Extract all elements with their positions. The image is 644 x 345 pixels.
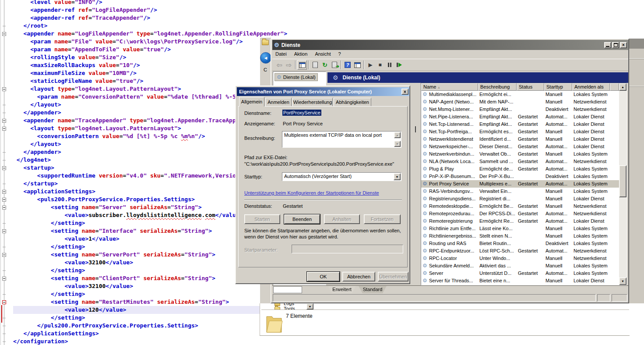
service-row[interactable]: ⚙Plug & PlayErmöglicht de...GestartetAut… xyxy=(421,165,619,173)
tab-standard[interactable]: Standard xyxy=(359,286,387,293)
service-row[interactable]: ⚙Net.Msmq-Listener...Empfängt Akt...Deak… xyxy=(421,106,619,113)
dialog-titlebar[interactable]: Eigenschaften von Port Proxy Service (Lo… xyxy=(237,87,409,96)
tab-abhaengigkeiten[interactable]: Abhängigkeiten xyxy=(334,98,371,106)
tab-wiederherstellung[interactable]: Wiederherstellung xyxy=(292,98,333,106)
fold-collapse-box[interactable] xyxy=(2,127,6,131)
pause-button[interactable]: Anhalten xyxy=(324,214,360,224)
fold-collapse-box[interactable] xyxy=(2,166,6,170)
service-row[interactable]: ⚙Netzwerkverbindun...Verwaltet Ob...Gest… xyxy=(421,150,619,158)
service-gear-icon: ⚙ xyxy=(422,196,427,201)
service-row[interactable]: ⚙Port Proxy ServiceMultiplexes e...Gesta… xyxy=(421,180,619,188)
fold-collapse-box[interactable] xyxy=(2,229,6,233)
scroll-up-button[interactable]: ▲ xyxy=(394,132,401,138)
stop-button[interactable]: Beenden xyxy=(284,214,320,224)
code-line: </root> xyxy=(13,22,644,30)
menu-datei[interactable]: Datei xyxy=(272,50,290,58)
fold-collapse-box[interactable] xyxy=(2,253,6,257)
service-row[interactable]: ⚙RemoteregistrierungErmöglicht Re...Gest… xyxy=(421,217,619,225)
menu-ansicht[interactable]: Ansicht xyxy=(312,50,334,58)
service-row[interactable]: ⚙RPC-LocatorUnter Windo...ManuellNetzwer… xyxy=(421,255,619,262)
startup-type-combobox[interactable]: Automatisch (Verzögerter Start) ▼ xyxy=(282,172,401,181)
pause-service-icon[interactable] xyxy=(385,60,394,70)
scroll-down-button[interactable]: ▼ xyxy=(619,277,626,285)
export-list-icon[interactable]: ➔ xyxy=(330,60,339,70)
apply-button[interactable]: Übernehmen xyxy=(378,272,408,281)
back-icon[interactable]: ⇦ xyxy=(274,60,284,70)
properties-icon[interactable] xyxy=(310,60,320,70)
fold-collapse-box[interactable] xyxy=(2,119,6,123)
maximize-button[interactable] xyxy=(612,42,619,48)
cancel-button[interactable]: Abbrechen xyxy=(342,272,375,281)
start-service-icon[interactable]: ▶ xyxy=(366,60,375,70)
service-cell: Net.Tcp-Portfreiga... xyxy=(429,128,478,135)
service-row[interactable]: ⚙Net.Tcp-Listenerad...Empfängt Akt...Ges… xyxy=(421,121,619,128)
description-textbox[interactable]: Multiplexes external TCP/IP data on loca… xyxy=(282,131,401,148)
scroll-down-button[interactable]: ▼ xyxy=(394,141,401,147)
help-icon[interactable]: ? xyxy=(343,60,352,70)
fold-collapse-box[interactable] xyxy=(2,32,6,36)
minimize-button[interactable] xyxy=(604,42,611,48)
column-header-name[interactable]: Name ▲ xyxy=(421,83,478,91)
service-cell: Lokales System xyxy=(574,225,610,232)
resume-button[interactable]: Fortsetzen xyxy=(364,214,401,224)
service-row[interactable]: ⚙Net.Tcp-Portfreiga...Ermöglicht es...Ge… xyxy=(421,128,619,135)
service-row[interactable]: ⚙RAS-Verbindungsv...Verwaltet Ein...Manu… xyxy=(421,188,619,195)
service-row[interactable]: ⚙NLA (Network Loca...Sammelt und ...Gest… xyxy=(421,158,619,165)
service-row[interactable]: ⚙NAP-Agent (Netwo...Mit dem NAP-...Manue… xyxy=(421,98,619,106)
close-button[interactable]: × xyxy=(620,42,627,48)
console-tree-icon[interactable] xyxy=(297,60,307,70)
fold-collapse-box[interactable] xyxy=(2,206,6,210)
service-row[interactable]: ⚙Multimediaklassenpl...Ermöglicht ei...M… xyxy=(421,91,619,98)
service-row[interactable]: ⚙Richtlinienergebniss...Stellt einen N..… xyxy=(421,232,619,240)
service-row[interactable]: ⚙Sekundäre Anmeld...Aktiviert das ...Man… xyxy=(421,262,619,270)
service-row[interactable]: ⚙Server für Threads...Bietet eine n...Ma… xyxy=(421,277,619,285)
explorer-back-button[interactable]: ◄ xyxy=(260,52,271,64)
code-line: <level value="INFO"/> xyxy=(13,0,644,6)
service-row[interactable]: ⚙ServerUnterstützt D...GestartetAutomat.… xyxy=(421,270,619,277)
start-parameter-input[interactable] xyxy=(292,245,403,253)
fold-collapse-box[interactable] xyxy=(2,87,6,91)
menu-help[interactable]: ? xyxy=(335,50,344,58)
service-row[interactable]: ⚙Registrierungsdiens...Registriert di...… xyxy=(421,195,619,203)
fold-collapse-box[interactable] xyxy=(2,190,6,194)
stop-service-icon[interactable]: ■ xyxy=(375,60,385,70)
forward-icon[interactable]: ⇨ xyxy=(284,60,294,70)
column-header-beschreibung[interactable]: Beschreibung xyxy=(478,83,517,91)
dialog-close-button[interactable]: × xyxy=(401,89,408,95)
column-header-starttyp[interactable]: Starttyp xyxy=(544,83,572,91)
tab-anmelden[interactable]: Anmelden xyxy=(265,98,292,106)
service-row[interactable]: ⚙Netzwerkspeicher-...Dieser Dienst...Ges… xyxy=(421,143,619,150)
explorer-folder-item[interactable]: Tools xyxy=(274,306,295,309)
ok-button[interactable]: OK xyxy=(307,272,340,281)
column-header-status[interactable]: Status xyxy=(517,83,544,91)
extended-view-icon[interactable] xyxy=(352,60,362,70)
services-window-titlebar[interactable]: ⚙ Dienste × xyxy=(272,40,628,50)
tree-item-dienste-lokal[interactable]: ⚙ Dienste (Lokal) xyxy=(274,73,318,81)
fold-collapse-box[interactable] xyxy=(2,198,6,202)
service-row[interactable]: ⚙PnP-X-IP-Busenum...Der PnP-X-Bu...Deakt… xyxy=(421,173,619,180)
startup-options-help-link[interactable]: Unterstützung beim Konfigurieren der Sta… xyxy=(244,190,379,196)
service-cell: Deaktiviert xyxy=(545,240,572,247)
menu-aktion[interactable]: Aktion xyxy=(291,50,311,58)
service-row[interactable]: ⚙Richtlinie zum Entfe...Lässt eine Ko...… xyxy=(421,225,619,232)
tab-allgemein[interactable]: Allgemein xyxy=(239,97,264,107)
service-row[interactable]: ⚙RPC-Endpunktzuor...Löst RPC-Sch...Gesta… xyxy=(421,247,619,255)
restart-service-icon[interactable] xyxy=(394,60,404,70)
combobox-arrow-button[interactable]: ▼ xyxy=(394,173,401,180)
scrollbar-thumb[interactable] xyxy=(619,165,626,197)
refresh-icon[interactable]: ↻ xyxy=(320,60,330,70)
service-row[interactable]: ⚙Net.Pipe-Listenera...Empfängt Akt...Ges… xyxy=(421,113,619,121)
service-row[interactable]: ⚙Remoteprozedurau...Der RPCSS-Di...Gesta… xyxy=(421,210,619,217)
column-header-anmelden-als[interactable]: Anmelden als xyxy=(572,83,610,91)
service-row[interactable]: ⚙NetzwerklistendienstIdentifiziert d...G… xyxy=(421,135,619,143)
dropdown-arrow-button[interactable]: ▼ xyxy=(306,303,313,309)
start-button[interactable]: Starten xyxy=(244,214,280,224)
service-row[interactable]: ⚙Routing und RASBietet Routin...Deaktivi… xyxy=(421,240,619,247)
service-name-value[interactable]: PortProxyService xyxy=(282,110,321,116)
vertical-scrollbar[interactable]: ▲ ▼ xyxy=(619,83,626,285)
service-row[interactable]: ⚙Remotedesktopdie...Ermöglicht Be...Gest… xyxy=(421,203,619,210)
fold-collapse-box[interactable] xyxy=(2,277,6,281)
tab-erweitert[interactable]: Erweitert xyxy=(328,286,356,293)
scroll-up-button[interactable]: ▲ xyxy=(619,83,626,91)
fold-collapse-box-red[interactable] xyxy=(2,300,6,304)
